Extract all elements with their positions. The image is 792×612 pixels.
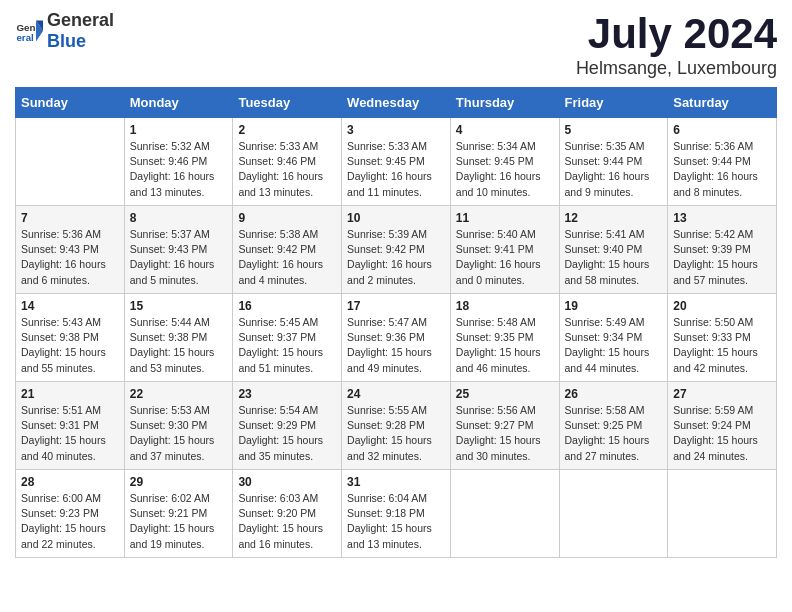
calendar-cell: 20Sunrise: 5:50 AMSunset: 9:33 PMDayligh… <box>668 294 777 382</box>
logo-icon: Gen eral <box>15 17 43 45</box>
day-number: 25 <box>456 387 554 401</box>
day-number: 24 <box>347 387 445 401</box>
day-number: 19 <box>565 299 663 313</box>
day-of-week-thursday: Thursday <box>450 88 559 118</box>
days-of-week-row: SundayMondayTuesdayWednesdayThursdayFrid… <box>16 88 777 118</box>
day-number: 9 <box>238 211 336 225</box>
calendar-cell: 16Sunrise: 5:45 AMSunset: 9:37 PMDayligh… <box>233 294 342 382</box>
week-row-1: 1Sunrise: 5:32 AMSunset: 9:46 PMDaylight… <box>16 118 777 206</box>
day-info: Sunrise: 6:04 AMSunset: 9:18 PMDaylight:… <box>347 491 445 552</box>
calendar-cell: 27Sunrise: 5:59 AMSunset: 9:24 PMDayligh… <box>668 382 777 470</box>
day-of-week-friday: Friday <box>559 88 668 118</box>
calendar-cell <box>16 118 125 206</box>
calendar-cell: 26Sunrise: 5:58 AMSunset: 9:25 PMDayligh… <box>559 382 668 470</box>
day-info: Sunrise: 5:37 AMSunset: 9:43 PMDaylight:… <box>130 227 228 288</box>
calendar-cell: 17Sunrise: 5:47 AMSunset: 9:36 PMDayligh… <box>342 294 451 382</box>
day-number: 1 <box>130 123 228 137</box>
day-of-week-wednesday: Wednesday <box>342 88 451 118</box>
day-number: 17 <box>347 299 445 313</box>
week-row-2: 7Sunrise: 5:36 AMSunset: 9:43 PMDaylight… <box>16 206 777 294</box>
day-number: 6 <box>673 123 771 137</box>
day-info: Sunrise: 5:38 AMSunset: 9:42 PMDaylight:… <box>238 227 336 288</box>
calendar-cell: 6Sunrise: 5:36 AMSunset: 9:44 PMDaylight… <box>668 118 777 206</box>
day-info: Sunrise: 5:49 AMSunset: 9:34 PMDaylight:… <box>565 315 663 376</box>
day-number: 23 <box>238 387 336 401</box>
calendar-cell: 9Sunrise: 5:38 AMSunset: 9:42 PMDaylight… <box>233 206 342 294</box>
calendar-cell: 22Sunrise: 5:53 AMSunset: 9:30 PMDayligh… <box>124 382 233 470</box>
day-info: Sunrise: 5:33 AMSunset: 9:45 PMDaylight:… <box>347 139 445 200</box>
day-info: Sunrise: 5:53 AMSunset: 9:30 PMDaylight:… <box>130 403 228 464</box>
calendar-cell: 19Sunrise: 5:49 AMSunset: 9:34 PMDayligh… <box>559 294 668 382</box>
calendar-cell: 15Sunrise: 5:44 AMSunset: 9:38 PMDayligh… <box>124 294 233 382</box>
calendar-cell: 7Sunrise: 5:36 AMSunset: 9:43 PMDaylight… <box>16 206 125 294</box>
day-info: Sunrise: 5:50 AMSunset: 9:33 PMDaylight:… <box>673 315 771 376</box>
calendar-cell: 28Sunrise: 6:00 AMSunset: 9:23 PMDayligh… <box>16 470 125 558</box>
day-of-week-tuesday: Tuesday <box>233 88 342 118</box>
calendar-body: 1Sunrise: 5:32 AMSunset: 9:46 PMDaylight… <box>16 118 777 558</box>
day-number: 12 <box>565 211 663 225</box>
day-number: 13 <box>673 211 771 225</box>
title-area: July 2024 Helmsange, Luxembourg <box>576 10 777 79</box>
calendar-cell: 29Sunrise: 6:02 AMSunset: 9:21 PMDayligh… <box>124 470 233 558</box>
calendar-cell: 2Sunrise: 5:33 AMSunset: 9:46 PMDaylight… <box>233 118 342 206</box>
day-number: 28 <box>21 475 119 489</box>
logo: Gen eral General Blue <box>15 10 114 52</box>
day-number: 8 <box>130 211 228 225</box>
week-row-3: 14Sunrise: 5:43 AMSunset: 9:38 PMDayligh… <box>16 294 777 382</box>
calendar-cell: 1Sunrise: 5:32 AMSunset: 9:46 PMDaylight… <box>124 118 233 206</box>
day-number: 16 <box>238 299 336 313</box>
day-info: Sunrise: 5:55 AMSunset: 9:28 PMDaylight:… <box>347 403 445 464</box>
day-number: 4 <box>456 123 554 137</box>
calendar-cell: 8Sunrise: 5:37 AMSunset: 9:43 PMDaylight… <box>124 206 233 294</box>
day-of-week-sunday: Sunday <box>16 88 125 118</box>
calendar-cell: 31Sunrise: 6:04 AMSunset: 9:18 PMDayligh… <box>342 470 451 558</box>
day-number: 18 <box>456 299 554 313</box>
calendar-cell: 23Sunrise: 5:54 AMSunset: 9:29 PMDayligh… <box>233 382 342 470</box>
day-number: 10 <box>347 211 445 225</box>
day-info: Sunrise: 5:34 AMSunset: 9:45 PMDaylight:… <box>456 139 554 200</box>
calendar-header: SundayMondayTuesdayWednesdayThursdayFrid… <box>16 88 777 118</box>
week-row-4: 21Sunrise: 5:51 AMSunset: 9:31 PMDayligh… <box>16 382 777 470</box>
calendar-cell: 21Sunrise: 5:51 AMSunset: 9:31 PMDayligh… <box>16 382 125 470</box>
calendar-cell <box>668 470 777 558</box>
day-number: 5 <box>565 123 663 137</box>
day-of-week-monday: Monday <box>124 88 233 118</box>
day-number: 22 <box>130 387 228 401</box>
day-info: Sunrise: 5:33 AMSunset: 9:46 PMDaylight:… <box>238 139 336 200</box>
day-info: Sunrise: 5:54 AMSunset: 9:29 PMDaylight:… <box>238 403 336 464</box>
calendar-cell: 30Sunrise: 6:03 AMSunset: 9:20 PMDayligh… <box>233 470 342 558</box>
calendar-cell: 24Sunrise: 5:55 AMSunset: 9:28 PMDayligh… <box>342 382 451 470</box>
day-number: 7 <box>21 211 119 225</box>
day-info: Sunrise: 5:59 AMSunset: 9:24 PMDaylight:… <box>673 403 771 464</box>
day-number: 27 <box>673 387 771 401</box>
calendar-cell: 5Sunrise: 5:35 AMSunset: 9:44 PMDaylight… <box>559 118 668 206</box>
logo-text-blue: Blue <box>47 31 86 51</box>
month-title: July 2024 <box>576 10 777 58</box>
day-number: 29 <box>130 475 228 489</box>
day-info: Sunrise: 5:32 AMSunset: 9:46 PMDaylight:… <box>130 139 228 200</box>
day-info: Sunrise: 6:02 AMSunset: 9:21 PMDaylight:… <box>130 491 228 552</box>
day-info: Sunrise: 5:35 AMSunset: 9:44 PMDaylight:… <box>565 139 663 200</box>
day-number: 20 <box>673 299 771 313</box>
day-number: 2 <box>238 123 336 137</box>
page-header: Gen eral General Blue July 2024 Helmsang… <box>15 10 777 79</box>
logo-text-general: General <box>47 10 114 31</box>
day-number: 31 <box>347 475 445 489</box>
calendar-cell: 4Sunrise: 5:34 AMSunset: 9:45 PMDaylight… <box>450 118 559 206</box>
day-number: 11 <box>456 211 554 225</box>
day-number: 15 <box>130 299 228 313</box>
day-info: Sunrise: 5:44 AMSunset: 9:38 PMDaylight:… <box>130 315 228 376</box>
day-info: Sunrise: 6:03 AMSunset: 9:20 PMDaylight:… <box>238 491 336 552</box>
calendar-cell: 3Sunrise: 5:33 AMSunset: 9:45 PMDaylight… <box>342 118 451 206</box>
day-info: Sunrise: 5:40 AMSunset: 9:41 PMDaylight:… <box>456 227 554 288</box>
day-number: 30 <box>238 475 336 489</box>
day-info: Sunrise: 5:47 AMSunset: 9:36 PMDaylight:… <box>347 315 445 376</box>
day-info: Sunrise: 6:00 AMSunset: 9:23 PMDaylight:… <box>21 491 119 552</box>
day-number: 26 <box>565 387 663 401</box>
location-title: Helmsange, Luxembourg <box>576 58 777 79</box>
day-info: Sunrise: 5:58 AMSunset: 9:25 PMDaylight:… <box>565 403 663 464</box>
calendar-cell: 10Sunrise: 5:39 AMSunset: 9:42 PMDayligh… <box>342 206 451 294</box>
calendar-cell: 13Sunrise: 5:42 AMSunset: 9:39 PMDayligh… <box>668 206 777 294</box>
calendar-cell <box>450 470 559 558</box>
day-info: Sunrise: 5:39 AMSunset: 9:42 PMDaylight:… <box>347 227 445 288</box>
